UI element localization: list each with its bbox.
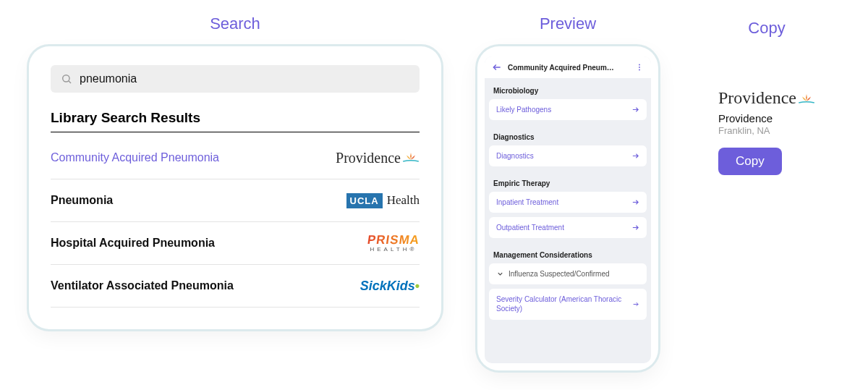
lotus-icon: [402, 151, 420, 164]
ucla-health-logo: UCLAHealth: [346, 193, 420, 208]
preview-item-label: Outpatient Treatment: [496, 224, 564, 232]
arrow-right-icon: [631, 198, 639, 206]
search-result-title: Pneumonia: [51, 194, 113, 207]
preview-title: Community Acquired Pneum…: [508, 64, 629, 72]
search-input[interactable]: pneumonia: [51, 65, 420, 93]
prisma-health-logo: PRISMAHEALTH®: [367, 234, 420, 253]
preview-item-label: Likely Pathogens: [496, 106, 551, 114]
results-header: Library Search Results: [51, 110, 420, 132]
search-panel: pneumonia Library Search Results Communi…: [29, 46, 441, 329]
search-result-row[interactable]: Community Acquired PneumoniaProvidence: [51, 137, 420, 179]
arrow-right-icon: [631, 224, 639, 232]
preview-item-label: Influenza Suspected/Confirmed: [509, 270, 610, 278]
preview-item-label: Severity Calculator (American Thoracic S…: [496, 295, 632, 313]
search-result-title: Hospital Acquired Pneumonia: [51, 237, 215, 250]
preview-header: Community Acquired Pneum…: [485, 56, 651, 78]
arrow-right-icon: [632, 300, 639, 308]
search-result-row[interactable]: Ventilator Associated PneumoniaSickKids•: [51, 265, 420, 308]
svg-point-0: [63, 75, 69, 82]
search-icon: [61, 73, 72, 85]
search-result-row[interactable]: PneumoniaUCLAHealth: [51, 179, 420, 222]
search-result-title: Community Acquired Pneumonia: [51, 151, 219, 164]
svg-point-3: [639, 64, 640, 66]
preview-phone: Community Acquired Pneum… MicrobiologyLi…: [477, 46, 658, 370]
lotus-icon: [798, 92, 815, 105]
preview-link-item[interactable]: Severity Calculator (American Thoracic S…: [489, 289, 647, 320]
preview-section-label: Diagnostics: [489, 124, 647, 145]
providence-logo: Providence: [336, 150, 420, 166]
search-input-value: pneumonia: [80, 72, 137, 85]
preview-link-item[interactable]: Diagnostics: [489, 145, 647, 166]
copy-button[interactable]: Copy: [718, 148, 782, 175]
providence-logo: Providence: [718, 88, 815, 108]
svg-line-1: [69, 81, 71, 83]
preview-link-item[interactable]: Likely Pathogens: [489, 99, 647, 120]
arrow-right-icon: [631, 152, 639, 160]
preview-item-label: Diagnostics: [496, 152, 534, 160]
search-result-title: Ventilator Associated Pneumonia: [51, 279, 234, 292]
sickkids-logo: SickKids•: [360, 279, 420, 294]
copy-org-name: Providence: [718, 112, 773, 124]
column-title-preview: Preview: [540, 14, 596, 33]
preview-link-item[interactable]: Inpatient Treatment: [489, 192, 647, 213]
preview-item-label: Inpatient Treatment: [496, 198, 558, 206]
column-title-search: Search: [210, 14, 260, 33]
back-icon[interactable]: [492, 62, 502, 72]
chevron-down-icon: [496, 270, 504, 278]
preview-section-label: Microbiology: [489, 78, 647, 99]
preview-section-label: Management Considerations: [489, 242, 647, 263]
svg-point-5: [639, 69, 640, 71]
kebab-icon[interactable]: [635, 62, 644, 72]
column-title-copy: Copy: [748, 19, 785, 38]
arrow-right-icon: [631, 106, 639, 114]
svg-point-4: [639, 67, 640, 68]
search-result-row[interactable]: Hospital Acquired PneumoniaPRISMAHEALTH®: [51, 222, 420, 265]
preview-expand-item[interactable]: Influenza Suspected/Confirmed: [489, 263, 647, 284]
preview-link-item[interactable]: Outpatient Treatment: [489, 217, 647, 238]
preview-section-label: Empiric Therapy: [489, 171, 647, 192]
copy-org-location: Franklin, NA: [718, 125, 770, 136]
